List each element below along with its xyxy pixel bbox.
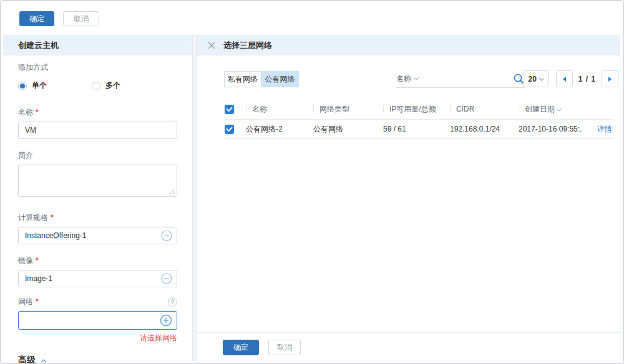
remove-image-button[interactable] — [161, 273, 172, 284]
radio-option-label: 单个 — [32, 80, 47, 91]
page-size-value: 20 — [528, 75, 536, 84]
chevron-down-icon — [539, 75, 544, 80]
network-error-message: 请选择网络 — [18, 333, 177, 343]
select-network-panel-header: 选择三层网络 — [197, 35, 620, 55]
minus-circle-icon — [161, 273, 172, 284]
minus-circle-icon — [161, 230, 172, 241]
row-checkbox[interactable] — [225, 125, 234, 134]
cell-created: 2017-10-16 09:55:... — [519, 125, 582, 133]
create-vm-screen: 确定 取消 创建云主机 添加方式 单个 — [0, 0, 624, 364]
prev-page-icon — [563, 77, 566, 82]
cancel-button[interactable]: 取消 — [63, 11, 99, 26]
top-action-bar: 确定 取消 — [1, 1, 623, 35]
help-icon[interactable]: ? — [168, 297, 177, 307]
pagination: 20 1 / 1 — [524, 70, 618, 87]
required-mark: * — [51, 213, 54, 222]
sort-icon — [557, 106, 562, 111]
panel-cancel-button[interactable]: 取消 — [268, 340, 301, 355]
create-vm-form: 添加方式 单个 多个 名称* — [3, 62, 192, 364]
create-vm-panel-header: 创建云主机 — [3, 35, 192, 55]
radio-option-label: 多个 — [105, 80, 120, 91]
name-label: 名称* — [18, 107, 39, 118]
panel-title: 选择三层网络 — [223, 40, 272, 51]
prev-page-button[interactable] — [556, 70, 573, 87]
remove-instance-offering-button[interactable] — [161, 230, 172, 241]
search-input[interactable]: 名称 — [396, 70, 525, 88]
advanced-section-toggle[interactable]: 高级 — [18, 355, 177, 364]
column-header-cidr: CIDR — [450, 105, 519, 113]
cell-ip-usage: 59 / 61 — [383, 125, 450, 133]
radio-option-multiple[interactable]: 多个 — [92, 80, 120, 91]
detail-link[interactable]: 详情 — [597, 125, 612, 133]
close-panel-button[interactable] — [207, 41, 216, 50]
cell-type: 公有网络 — [313, 124, 383, 135]
tab-public-network[interactable]: 公有网络 — [261, 71, 299, 87]
instance-offering-label: 计算规格* — [18, 213, 54, 223]
main-area: 创建云主机 添加方式 单个 多个 — [3, 35, 620, 361]
image-label: 镜像* — [18, 256, 39, 266]
radio-option-single[interactable]: 单个 — [18, 80, 47, 91]
page-size-select[interactable]: 20 — [524, 70, 548, 87]
network-table: 名称 网络类型 IP可用量/总额 CIDR 创建日期 公有网络-2 公有网络 5… — [225, 99, 613, 139]
cell-cidr: 192.168.0.1/24 — [450, 125, 519, 133]
panel-footer: 确定 取消 — [197, 332, 620, 361]
search-field-label: 名称 — [396, 74, 411, 84]
required-mark: * — [36, 256, 39, 265]
select-network-panel: 选择三层网络 私有网络 公有网络 名称 — [196, 35, 620, 361]
column-header-type: 网络类型 — [313, 104, 383, 115]
column-header-created[interactable]: 创建日期 — [519, 104, 582, 115]
select-all-checkbox[interactable] — [225, 105, 234, 114]
confirm-button[interactable]: 确定 — [19, 11, 54, 26]
cell-name: 公有网络-2 — [246, 124, 313, 135]
table-header-row: 名称 网络类型 IP可用量/总额 CIDR 创建日期 — [225, 99, 613, 120]
next-page-button[interactable] — [602, 70, 618, 87]
column-header-name: 名称 — [246, 104, 313, 115]
required-mark: * — [36, 108, 39, 117]
plus-circle-icon — [160, 314, 172, 327]
close-icon — [207, 41, 216, 50]
create-vm-panel: 创建云主机 添加方式 单个 多个 — [3, 35, 193, 361]
description-label: 简介 — [18, 150, 33, 161]
required-mark: * — [36, 297, 39, 306]
chevron-up-icon — [41, 360, 46, 364]
page-title: 创建云主机 — [18, 40, 59, 51]
next-page-icon — [608, 77, 612, 82]
network-label: 网络* — [18, 297, 39, 307]
image-input[interactable] — [18, 270, 177, 287]
panel-confirm-button[interactable]: 确定 — [223, 340, 259, 355]
description-textarea[interactable] — [18, 165, 177, 197]
column-header-ip: IP可用量/总额 — [383, 104, 450, 115]
add-network-button[interactable] — [160, 314, 172, 327]
search-field-selector[interactable]: 名称 — [396, 74, 418, 84]
add-mode-radio-group: 单个 多个 — [18, 80, 177, 91]
table-row[interactable]: 公有网络-2 公有网络 59 / 61 192.168.0.1/24 2017-… — [225, 120, 613, 139]
resize-handle-icon[interactable] — [170, 189, 175, 194]
tab-private-network[interactable]: 私有网络 — [224, 71, 261, 87]
advanced-label: 高级 — [18, 355, 36, 364]
network-input[interactable] — [18, 311, 177, 330]
add-mode-label: 添加方式 — [18, 62, 48, 73]
chevron-down-icon — [414, 75, 419, 80]
network-type-tabs: 私有网络 公有网络 — [224, 71, 299, 87]
instance-offering-input[interactable] — [18, 227, 177, 244]
page-indicator: 1 / 1 — [578, 75, 596, 84]
radio-selected-icon — [18, 82, 27, 90]
name-input[interactable] — [18, 122, 177, 139]
radio-unselected-icon — [92, 82, 100, 90]
